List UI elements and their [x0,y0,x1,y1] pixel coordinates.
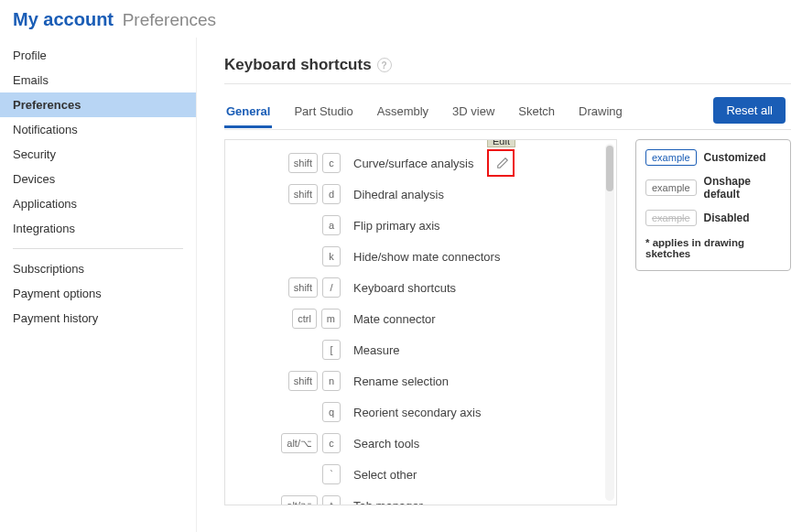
title-sub: Preferences [123,10,216,29]
help-icon[interactable]: ? [377,58,392,72]
tab-general[interactable]: General [224,99,272,127]
sidebar-item-payment-options[interactable]: Payment options [0,281,196,306]
sidebar-item-payment-history[interactable]: Payment history [0,306,196,331]
sidebar-item-profile[interactable]: Profile [0,43,196,68]
key: shift [288,277,318,298]
shortcut-keys: a [225,215,346,235]
scrollbar[interactable] [605,144,614,501]
shortcut-row: shiftcCurve/surface analysisEdit [225,147,602,179]
legend-key-default: example [645,179,697,196]
shortcut-row: `Select other [225,459,602,490]
key: alt/⌥ [281,433,318,453]
sidebar-divider [13,248,183,249]
sidebar-item-security[interactable]: Security [0,142,196,167]
shortcut-label: Curve/surface analysis [346,157,602,170]
shortcut-keys: [ [225,340,346,360]
shortcut-label: Hide/show mate connectors [346,250,602,264]
shortcut-keys: k [225,246,346,266]
legend-label-disabled: Disabled [704,212,750,224]
key: [ [322,340,341,360]
shortcut-row: [Measure [225,334,602,365]
shortcut-row: alt/⌥tTab manager [225,490,602,505]
shortcut-row: shift/Keyboard shortcuts [225,272,602,303]
legend-key-disabled: example [645,210,697,226]
tab-3d-view[interactable]: 3D view [450,99,496,127]
reset-all-button[interactable]: Reset all [713,97,786,124]
sidebar: ProfileEmailsPreferencesNotificationsSec… [0,38,197,532]
legend-panel: example Customized example Onshape defau… [635,139,791,271]
legend-customized: example Customized [645,149,781,166]
sidebar-item-integrations[interactable]: Integrations [0,216,196,241]
legend-default: example Onshape default [645,175,781,201]
sidebar-item-emails[interactable]: Emails [0,68,196,92]
shortcut-label: Select other [346,468,602,482]
scrollbar-thumb[interactable] [606,146,613,191]
shortcut-row: qReorient secondary axis [225,396,602,428]
shortcut-label: Search tools [346,437,602,451]
shortcut-label: Mate connector [346,312,602,326]
pencil-icon[interactable] [493,153,513,173]
shortcut-label: Keyboard shortcuts [346,281,602,295]
key: a [322,215,341,235]
key: d [322,184,341,204]
sidebar-item-subscriptions[interactable]: Subscriptions [0,256,196,281]
shortcut-keys: shiftc [225,153,346,173]
tab-sketch[interactable]: Sketch [516,99,557,127]
legend-label-customized: Customized [704,151,766,164]
shortcut-keys: q [225,402,346,422]
shortcut-row: aFlip primary axis [225,210,602,241]
shortcut-label: Measure [346,343,602,357]
shortcut-row: shiftnRename selection [225,365,602,396]
tab-part-studio[interactable]: Part Studio [292,99,354,127]
key: shift [288,184,318,204]
shortcut-row: shiftdDihedral analysis [225,179,602,210]
shortcut-keys: shiftn [225,371,346,391]
shortcut-keys: shiftd [225,184,346,204]
shortcut-row: alt/⌥cSearch tools [225,428,602,459]
key: k [322,246,341,266]
key: c [322,433,341,453]
shortcut-keys: ` [225,464,346,484]
sidebar-item-devices[interactable]: Devices [0,167,196,191]
key: t [322,495,341,505]
key: alt/⌥ [281,495,318,505]
title-main[interactable]: My account [13,9,114,29]
key: n [322,371,341,391]
shortcut-keys: ctrlm [225,309,346,329]
tab-drawing[interactable]: Drawing [577,99,624,127]
shortcut-keys: alt/⌥c [225,433,346,453]
legend-key-customized: example [645,149,697,166]
page-header: My account Preferences [0,0,802,38]
key: m [321,309,341,329]
sidebar-item-preferences[interactable]: Preferences [0,92,196,117]
shortcut-label: Rename selection [346,375,602,388]
section-title: Keyboard shortcuts ? [224,56,791,84]
sidebar-item-notifications[interactable]: Notifications [0,117,196,142]
shortcut-row: ctrlmMate connector [225,303,602,334]
key: / [322,277,341,298]
shortcut-label: Flip primary axis [346,219,602,233]
legend-label-default: Onshape default [704,175,781,201]
shortcut-label: Reorient secondary axis [346,406,602,419]
key: ` [322,464,341,484]
shortcut-keys: shift/ [225,277,346,298]
key: c [322,153,341,173]
key: q [322,402,341,422]
tabs-row: GeneralPart StudioAssembly3D viewSketchD… [224,97,791,130]
shortcut-row: kHide/show mate connectors [225,241,602,272]
shortcut-keys: alt/⌥t [225,495,346,505]
shortcut-label: Tab manager [346,499,602,505]
legend-disabled: example Disabled [645,210,781,226]
sidebar-item-applications[interactable]: Applications [0,191,196,216]
main-panel: Keyboard shortcuts ? GeneralPart StudioA… [197,38,802,532]
edit-tooltip: Edit [487,140,515,147]
section-title-text: Keyboard shortcuts [224,56,372,74]
key: ctrl [292,309,317,329]
key: shift [288,153,318,173]
shortcuts-panel: shiftcCurve/surface analysisEditshiftdDi… [224,139,617,505]
shortcut-label: Dihedral analysis [346,188,602,201]
tab-assembly[interactable]: Assembly [375,99,430,127]
key: shift [288,371,318,391]
legend-note: * applies in drawing sketches [645,237,781,259]
